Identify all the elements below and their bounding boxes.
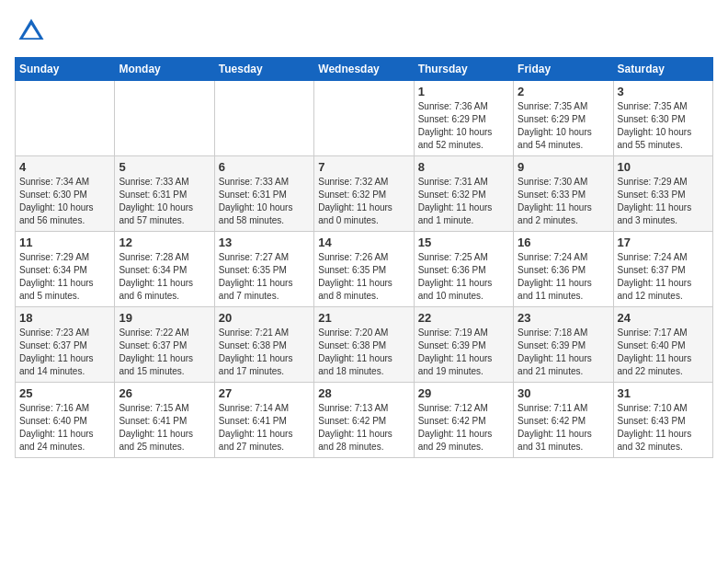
day-info: Sunrise: 7:36 AM Sunset: 6:29 PM Dayligh… bbox=[418, 100, 509, 152]
calendar-cell: 25Sunrise: 7:16 AM Sunset: 6:40 PM Dayli… bbox=[16, 383, 115, 458]
calendar-cell: 30Sunrise: 7:11 AM Sunset: 6:42 PM Dayli… bbox=[514, 383, 613, 458]
calendar-cell: 9Sunrise: 7:30 AM Sunset: 6:33 PM Daylig… bbox=[514, 156, 613, 232]
day-of-week-header: Sunday bbox=[16, 58, 115, 81]
day-number: 16 bbox=[518, 236, 609, 249]
day-info: Sunrise: 7:35 AM Sunset: 6:30 PM Dayligh… bbox=[618, 100, 709, 152]
day-number: 9 bbox=[518, 160, 609, 174]
calendar-cell: 22Sunrise: 7:19 AM Sunset: 6:39 PM Dayli… bbox=[414, 307, 513, 383]
day-number: 5 bbox=[119, 160, 210, 174]
day-number: 13 bbox=[219, 236, 310, 249]
day-number: 24 bbox=[618, 311, 709, 325]
day-info: Sunrise: 7:23 AM Sunset: 6:37 PM Dayligh… bbox=[19, 327, 110, 378]
day-info: Sunrise: 7:22 AM Sunset: 6:37 PM Dayligh… bbox=[119, 327, 210, 378]
calendar-cell bbox=[16, 81, 115, 156]
day-info: Sunrise: 7:16 AM Sunset: 6:40 PM Dayligh… bbox=[19, 402, 110, 454]
calendar-cell: 8Sunrise: 7:31 AM Sunset: 6:32 PM Daylig… bbox=[414, 156, 513, 232]
day-number: 31 bbox=[618, 386, 709, 400]
day-number: 27 bbox=[219, 386, 310, 400]
day-of-week-header: Tuesday bbox=[214, 58, 313, 81]
calendar-cell: 13Sunrise: 7:27 AM Sunset: 6:35 PM Dayli… bbox=[214, 232, 313, 307]
calendar-cell: 27Sunrise: 7:14 AM Sunset: 6:41 PM Dayli… bbox=[214, 383, 313, 458]
day-info: Sunrise: 7:14 AM Sunset: 6:41 PM Dayligh… bbox=[219, 402, 310, 454]
day-info: Sunrise: 7:32 AM Sunset: 6:32 PM Dayligh… bbox=[318, 176, 409, 227]
day-number: 17 bbox=[618, 236, 709, 249]
day-info: Sunrise: 7:21 AM Sunset: 6:38 PM Dayligh… bbox=[219, 327, 310, 378]
day-info: Sunrise: 7:27 AM Sunset: 6:35 PM Dayligh… bbox=[219, 251, 310, 303]
day-info: Sunrise: 7:24 AM Sunset: 6:36 PM Dayligh… bbox=[518, 251, 609, 303]
day-number: 20 bbox=[219, 311, 310, 325]
day-number: 23 bbox=[518, 311, 609, 325]
day-info: Sunrise: 7:30 AM Sunset: 6:33 PM Dayligh… bbox=[518, 176, 609, 227]
day-number: 25 bbox=[19, 386, 110, 400]
calendar-week-row: 4Sunrise: 7:34 AM Sunset: 6:30 PM Daylig… bbox=[16, 156, 713, 232]
day-number: 8 bbox=[418, 160, 509, 174]
calendar-cell: 1Sunrise: 7:36 AM Sunset: 6:29 PM Daylig… bbox=[414, 81, 513, 156]
day-info: Sunrise: 7:26 AM Sunset: 6:35 PM Dayligh… bbox=[318, 251, 409, 303]
calendar-cell: 2Sunrise: 7:35 AM Sunset: 6:29 PM Daylig… bbox=[514, 81, 613, 156]
calendar-cell: 29Sunrise: 7:12 AM Sunset: 6:42 PM Dayli… bbox=[414, 383, 513, 458]
day-number: 14 bbox=[318, 236, 409, 249]
calendar-cell: 23Sunrise: 7:18 AM Sunset: 6:39 PM Dayli… bbox=[514, 307, 613, 383]
calendar-cell: 4Sunrise: 7:34 AM Sunset: 6:30 PM Daylig… bbox=[16, 156, 115, 232]
day-number: 10 bbox=[618, 160, 709, 174]
day-number: 26 bbox=[119, 386, 210, 400]
day-info: Sunrise: 7:35 AM Sunset: 6:29 PM Dayligh… bbox=[518, 100, 609, 152]
page-header bbox=[15, 15, 713, 48]
day-number: 11 bbox=[19, 236, 110, 249]
day-number: 30 bbox=[518, 386, 609, 400]
calendar-cell bbox=[214, 81, 313, 156]
calendar-week-row: 1Sunrise: 7:36 AM Sunset: 6:29 PM Daylig… bbox=[16, 81, 713, 156]
day-number: 22 bbox=[418, 311, 509, 325]
calendar-cell: 3Sunrise: 7:35 AM Sunset: 6:30 PM Daylig… bbox=[613, 81, 712, 156]
calendar-header-row: SundayMondayTuesdayWednesdayThursdayFrid… bbox=[16, 58, 713, 81]
calendar-cell bbox=[314, 81, 414, 156]
calendar-table: SundayMondayTuesdayWednesdayThursdayFrid… bbox=[15, 57, 713, 458]
day-info: Sunrise: 7:24 AM Sunset: 6:37 PM Dayligh… bbox=[618, 251, 709, 303]
day-number: 19 bbox=[119, 311, 210, 325]
day-info: Sunrise: 7:28 AM Sunset: 6:34 PM Dayligh… bbox=[119, 251, 210, 303]
day-number: 18 bbox=[19, 311, 110, 325]
day-number: 28 bbox=[318, 386, 409, 400]
day-info: Sunrise: 7:33 AM Sunset: 6:31 PM Dayligh… bbox=[119, 176, 210, 227]
day-info: Sunrise: 7:10 AM Sunset: 6:43 PM Dayligh… bbox=[618, 402, 709, 454]
day-number: 7 bbox=[318, 160, 409, 174]
calendar-cell: 26Sunrise: 7:15 AM Sunset: 6:41 PM Dayli… bbox=[115, 383, 214, 458]
day-number: 12 bbox=[119, 236, 210, 249]
day-number: 29 bbox=[418, 386, 509, 400]
calendar-cell: 14Sunrise: 7:26 AM Sunset: 6:35 PM Dayli… bbox=[314, 232, 414, 307]
day-number: 1 bbox=[418, 85, 509, 98]
calendar-cell: 5Sunrise: 7:33 AM Sunset: 6:31 PM Daylig… bbox=[115, 156, 214, 232]
day-info: Sunrise: 7:31 AM Sunset: 6:32 PM Dayligh… bbox=[418, 176, 509, 227]
calendar-cell bbox=[115, 81, 214, 156]
day-number: 15 bbox=[418, 236, 509, 249]
calendar-cell: 11Sunrise: 7:29 AM Sunset: 6:34 PM Dayli… bbox=[16, 232, 115, 307]
calendar-cell: 31Sunrise: 7:10 AM Sunset: 6:43 PM Dayli… bbox=[613, 383, 712, 458]
day-of-week-header: Wednesday bbox=[314, 58, 414, 81]
day-of-week-header: Thursday bbox=[414, 58, 513, 81]
day-number: 2 bbox=[518, 85, 609, 98]
day-info: Sunrise: 7:29 AM Sunset: 6:34 PM Dayligh… bbox=[19, 251, 110, 303]
calendar-week-row: 18Sunrise: 7:23 AM Sunset: 6:37 PM Dayli… bbox=[16, 307, 713, 383]
day-number: 3 bbox=[618, 85, 709, 98]
day-number: 6 bbox=[219, 160, 310, 174]
calendar-cell: 10Sunrise: 7:29 AM Sunset: 6:33 PM Dayli… bbox=[613, 156, 712, 232]
day-of-week-header: Friday bbox=[514, 58, 613, 81]
calendar-cell: 15Sunrise: 7:25 AM Sunset: 6:36 PM Dayli… bbox=[414, 232, 513, 307]
calendar-cell: 17Sunrise: 7:24 AM Sunset: 6:37 PM Dayli… bbox=[613, 232, 712, 307]
day-number: 21 bbox=[318, 311, 409, 325]
logo bbox=[15, 15, 51, 48]
calendar-week-row: 25Sunrise: 7:16 AM Sunset: 6:40 PM Dayli… bbox=[16, 383, 713, 458]
day-info: Sunrise: 7:15 AM Sunset: 6:41 PM Dayligh… bbox=[119, 402, 210, 454]
day-info: Sunrise: 7:20 AM Sunset: 6:38 PM Dayligh… bbox=[318, 327, 409, 378]
calendar-cell: 18Sunrise: 7:23 AM Sunset: 6:37 PM Dayli… bbox=[16, 307, 115, 383]
day-info: Sunrise: 7:11 AM Sunset: 6:42 PM Dayligh… bbox=[518, 402, 609, 454]
calendar-cell: 12Sunrise: 7:28 AM Sunset: 6:34 PM Dayli… bbox=[115, 232, 214, 307]
day-info: Sunrise: 7:34 AM Sunset: 6:30 PM Dayligh… bbox=[19, 176, 110, 227]
day-of-week-header: Monday bbox=[115, 58, 214, 81]
day-info: Sunrise: 7:19 AM Sunset: 6:39 PM Dayligh… bbox=[418, 327, 509, 378]
day-info: Sunrise: 7:12 AM Sunset: 6:42 PM Dayligh… bbox=[418, 402, 509, 454]
calendar-cell: 28Sunrise: 7:13 AM Sunset: 6:42 PM Dayli… bbox=[314, 383, 414, 458]
calendar-cell: 21Sunrise: 7:20 AM Sunset: 6:38 PM Dayli… bbox=[314, 307, 414, 383]
day-info: Sunrise: 7:29 AM Sunset: 6:33 PM Dayligh… bbox=[618, 176, 709, 227]
calendar-week-row: 11Sunrise: 7:29 AM Sunset: 6:34 PM Dayli… bbox=[16, 232, 713, 307]
